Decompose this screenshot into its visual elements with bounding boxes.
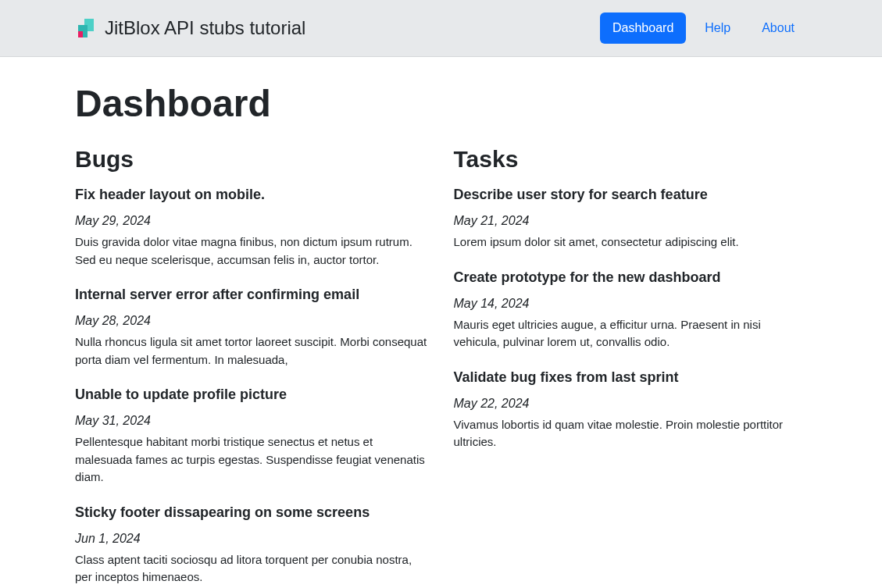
item-description: Nulla rhoncus ligula sit amet tortor lao… (75, 333, 429, 369)
item-title: Unable to update profile picture (75, 384, 429, 405)
item-title: Validate bug fixes from last sprint (454, 367, 808, 388)
navbar-brand-text: JitBlox API stubs tutorial (105, 14, 305, 42)
item-title: Sticky footer dissapearing on some scree… (75, 502, 429, 523)
item-date: May 21, 2024 (454, 212, 808, 230)
nav-link-dashboard[interactable]: Dashboard (600, 12, 686, 44)
item-date: May 29, 2024 (75, 212, 429, 230)
main-container: Dashboard Bugs Fix header layout on mobi… (0, 57, 882, 588)
list-item: Describe user story for search feature M… (454, 184, 808, 251)
list-item: Sticky footer dissapearing on some scree… (75, 502, 429, 586)
item-title: Describe user story for search feature (454, 184, 808, 205)
columns: Bugs Fix header layout on mobile. May 29… (75, 138, 807, 588)
page-title: Dashboard (75, 76, 807, 132)
list-item: Unable to update profile picture May 31,… (75, 384, 429, 486)
item-date: May 31, 2024 (75, 412, 429, 430)
item-description: Class aptent taciti sociosqu ad litora t… (75, 551, 429, 586)
nav-link-help[interactable]: Help (692, 12, 743, 44)
navbar-nav: Dashboard Help About (600, 12, 807, 44)
svg-rect-2 (78, 31, 83, 37)
left-column: Bugs Fix header layout on mobile. May 29… (75, 138, 429, 588)
list-item: Internal server error after confirming e… (75, 284, 429, 369)
tasks-section-title: Tasks (454, 141, 808, 176)
list-item: Fix header layout on mobile. May 29, 202… (75, 184, 429, 269)
right-column: Tasks Describe user story for search fea… (454, 138, 808, 588)
navbar: JitBlox API stubs tutorial Dashboard Hel… (0, 0, 882, 57)
item-date: May 14, 2024 (454, 294, 808, 313)
jitblox-logo-icon (75, 17, 97, 39)
item-title: Create prototype for the new dashboard (454, 267, 808, 288)
item-description: Duis gravida dolor vitae magna finibus, … (75, 233, 429, 269)
item-date: Jun 1, 2024 (75, 529, 429, 548)
item-description: Mauris eget ultricies augue, a efficitur… (454, 316, 808, 351)
item-description: Pellentesque habitant morbi tristique se… (75, 433, 429, 486)
bugs-section-title: Bugs (75, 141, 429, 176)
item-title: Internal server error after confirming e… (75, 284, 429, 305)
item-description: Vivamus lobortis id quam vitae molestie.… (454, 416, 808, 451)
nav-link-about[interactable]: About (749, 12, 807, 44)
item-date: May 28, 2024 (75, 312, 429, 330)
navbar-brand[interactable]: JitBlox API stubs tutorial (75, 14, 305, 42)
item-date: May 22, 2024 (454, 394, 808, 413)
item-description: Lorem ipsum dolor sit amet, consectetur … (454, 233, 808, 251)
list-item: Validate bug fixes from last sprint May … (454, 367, 808, 451)
list-item: Create prototype for the new dashboard M… (454, 267, 808, 351)
item-title: Fix header layout on mobile. (75, 184, 429, 205)
